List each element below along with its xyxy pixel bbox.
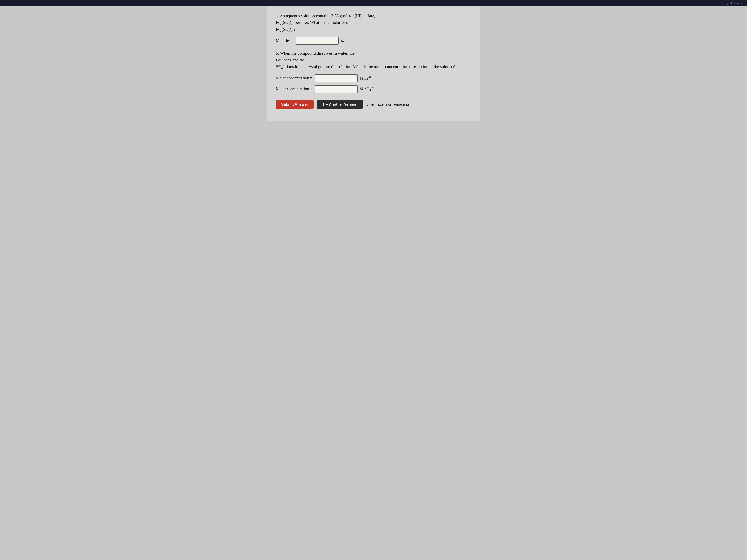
so4-concentration-row: Molar concentration = M SO42− — [276, 85, 471, 93]
so4-label: Molar concentration = — [276, 86, 312, 91]
attempts-remaining: 5 item attempts remaining — [366, 102, 409, 107]
try-another-version-button[interactable]: Try Another Version — [317, 100, 363, 109]
molarity-input[interactable] — [296, 37, 339, 45]
part-a-line3: Fe2(SO4)3 ? — [276, 27, 296, 32]
fe-concentration-row: Molar concentration = M Fe3+ — [276, 74, 471, 82]
part-a-line2: Fe2(SO4)3, per liter. What is the molari… — [276, 20, 350, 25]
molarity-row: Molarity = M — [276, 37, 471, 45]
so4-input[interactable] — [315, 85, 358, 93]
fe-unit: M Fe3+ — [360, 76, 371, 81]
part-b-line2: Fe3+ ions and the — [276, 58, 305, 62]
molarity-label: Molarity = — [276, 38, 293, 43]
so4-unit: M SO42− — [360, 86, 374, 92]
buttons-row: Submit Answer Try Another Version 5 item… — [276, 100, 471, 109]
molarity-unit: M — [341, 38, 344, 43]
fe-ion-label: Fe3+ — [364, 76, 371, 80]
part-a-question: a. An aqueous solution contains 3.55 g o… — [276, 12, 471, 33]
so4-ion-label: SO42− — [364, 86, 374, 91]
part-b-line1: b. When the compound dissolves in water,… — [276, 51, 355, 56]
references-link[interactable]: [References] — [727, 2, 742, 5]
part-a-line1: a. An aqueous solution contains 3.55 g o… — [276, 13, 375, 18]
part-b-line3: SO42− ions in the crystal go into the so… — [276, 64, 456, 69]
fe-input[interactable] — [315, 74, 358, 82]
part-b-question: b. When the compound dissolves in water,… — [276, 50, 471, 70]
fe-label: Molar concentration = — [276, 76, 312, 80]
part-a-section: a. An aqueous solution contains 3.55 g o… — [276, 12, 471, 45]
top-bar: [References] — [0, 0, 747, 6]
main-content: a. An aqueous solution contains 3.55 g o… — [266, 6, 481, 121]
part-b-section: b. When the compound dissolves in water,… — [276, 50, 471, 93]
submit-button[interactable]: Submit Answer — [276, 100, 314, 109]
